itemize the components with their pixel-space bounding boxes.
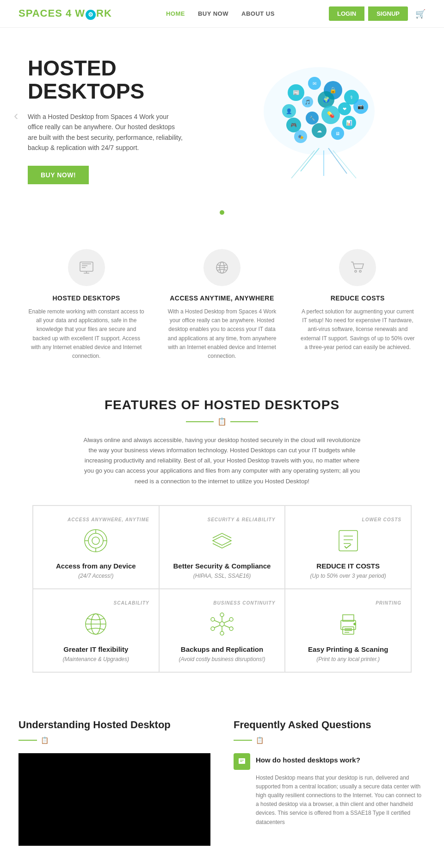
svg-point-51 [92, 537, 99, 544]
bottom-divider-line [18, 740, 37, 741]
feature-title-0: HOSTED DESKTOPS [28, 294, 145, 302]
card-icon-network [208, 610, 236, 638]
svg-text:🎭: 🎭 [298, 134, 304, 140]
svg-point-48 [359, 270, 361, 272]
card-title-4: Backups and Replication [169, 645, 276, 653]
faq-item-0: How do hosted desktops work? Hosted Desk… [234, 753, 426, 827]
svg-text:🔒: 🔒 [329, 86, 337, 94]
nav-home[interactable]: HOME [166, 10, 185, 17]
card-subtitle-3: (Maintenance & Upgrades) [43, 656, 149, 662]
bottom-divider-icon: 📋 [41, 737, 49, 744]
card-title-0: Access from any Device [43, 562, 149, 570]
svg-rect-38 [80, 262, 93, 271]
faq-divider-line [234, 740, 252, 741]
card-title-2: REDUCE IT COSTS [295, 562, 401, 570]
features-row: HOSTED DESKTOPS Enable remote working wi… [0, 226, 444, 370]
feature-card-4: BUSINESS CONTINUITY [159, 589, 285, 672]
svg-line-71 [224, 620, 230, 623]
svg-rect-83 [239, 758, 245, 764]
feature-reduce-costs: REDUCE COSTS A perfect solution for augm… [290, 249, 426, 361]
feature-card-5: PRINTING Easy Printing & Scaning (Print … [285, 589, 411, 672]
card-label-2: LOWER COSTS [295, 517, 401, 522]
card-icon-globe2 [82, 610, 110, 638]
bottom-left-title: Understanding Hosted Desktop [18, 719, 210, 731]
card-title-3: Greater IT flexibility [43, 645, 149, 653]
svg-rect-56 [339, 531, 358, 551]
card-icon-checklist [334, 527, 362, 555]
faq-icon-box-0 [234, 753, 250, 770]
svg-text:🔧: 🔧 [309, 115, 315, 121]
feature-card-3: SCALABILITY Greater IT flexibility (Main… [33, 589, 159, 672]
divider-line-right [230, 421, 258, 422]
svg-point-63 [220, 622, 224, 626]
svg-text:📷: 📷 [358, 103, 364, 110]
feature-icon-desktop [68, 249, 105, 286]
svg-text:⚕: ⚕ [350, 94, 353, 100]
svg-line-75 [214, 620, 220, 623]
hd-features-desc: Always online and always accessible, hav… [83, 435, 361, 486]
login-button[interactable]: LOGIN [329, 6, 364, 21]
nav-about-us[interactable]: ABOUT US [241, 10, 275, 17]
hero-description: With a Hosted Desktop from Spaces 4 Work… [28, 112, 185, 153]
card-label-4: BUSINESS CONTINUITY [169, 600, 276, 606]
svg-point-64 [220, 613, 224, 617]
svg-text:📰: 📰 [293, 89, 300, 96]
card-label-3: SCALABILITY [43, 600, 149, 606]
card-title-5: Easy Printing & Scaning [295, 645, 401, 653]
faq-divider: 📋 [234, 737, 426, 744]
card-subtitle-2: (Up to 50% over 3 year period) [295, 573, 401, 579]
hero-image: 📰 ✉ 🔒 ⚕ 👤 🎵 🌍 ❤ 📷 🎮 🔧 💊 📊 🎭 ☁ 🖥 [222, 56, 416, 185]
auth-buttons: LOGIN SIGNUP 🛒 [329, 6, 426, 21]
feature-card-2: LOWER COSTS REDUCE IT COSTS (Up to 50% o… [285, 506, 411, 589]
signup-button[interactable]: SIGNUP [368, 6, 408, 21]
feature-card-1: SECURITY & RELIABILITY Better Security &… [159, 506, 285, 589]
svg-point-47 [355, 270, 357, 272]
svg-text:🎵: 🎵 [305, 99, 311, 105]
video-placeholder[interactable] [18, 753, 210, 846]
card-label-0: ACCESS ANYWHERE, ANYTIME [43, 517, 149, 522]
cart-icon[interactable]: 🛒 [415, 9, 426, 19]
svg-text:💊: 💊 [327, 111, 335, 119]
hero-buy-now-button[interactable]: BUY NOW! [28, 166, 89, 184]
svg-point-50 [88, 533, 103, 548]
nav-buy-now[interactable]: BUY NOW [198, 10, 228, 17]
feature-title-2: REDUCE COSTS [299, 294, 416, 302]
feature-card-0: ACCESS ANYWHERE, ANYTIME Access from any… [33, 506, 159, 589]
feature-title-1: ACCESS ANYTIME, ANYWHERE [163, 294, 280, 302]
site-header: SPACES 4 W⚙RK HOME BUY NOW ABOUT US LOGI… [0, 0, 444, 28]
understanding-section: Understanding Hosted Desktop 📋 [18, 719, 210, 846]
hero-section: ‹ HOSTED DESKTOPS With a Hosted Desktop … [0, 28, 444, 204]
svg-text:📊: 📊 [346, 119, 352, 126]
bottom-left-divider: 📋 [18, 737, 210, 744]
bottom-section: Understanding Hosted Desktop 📋 Frequentl… [0, 691, 444, 864]
card-label-5: PRINTING [295, 600, 401, 606]
svg-point-67 [220, 631, 224, 635]
svg-point-69 [211, 618, 215, 621]
main-nav: HOME BUY NOW ABOUT US [166, 10, 275, 17]
feature-icon-cart [339, 249, 376, 286]
bottom-right-title: Frequently Asked Questions [234, 719, 426, 731]
svg-text:🎮: 🎮 [290, 122, 297, 128]
hd-features-section: FEATURES OF HOSTED DESKTOPS 📋 Always onl… [0, 370, 444, 691]
svg-text:✉: ✉ [313, 81, 316, 86]
svg-text:👤: 👤 [286, 108, 292, 114]
svg-text:❤: ❤ [343, 106, 346, 112]
hd-features-title: FEATURES OF HOSTED DESKTOPS [18, 398, 426, 412]
prev-arrow[interactable]: ‹ [14, 108, 18, 123]
faq-section: Frequently Asked Questions 📋 How do host… [234, 719, 426, 846]
faq-divider-icon: 📋 [256, 737, 264, 744]
card-subtitle-5: (Print to any local printer.) [295, 656, 401, 662]
svg-line-74 [214, 625, 220, 628]
divider-icon: 📋 [217, 417, 227, 426]
faq-question-0: How do hosted desktops work? [256, 753, 360, 764]
card-icon-layers [208, 527, 236, 555]
card-subtitle-1: (HIPAA, SSL, SSAE16) [169, 573, 276, 579]
feature-hosted-desktops: HOSTED DESKTOPS Enable remote working wi… [18, 249, 154, 361]
hero-dot-1[interactable] [220, 210, 224, 215]
card-icon-printer [334, 610, 362, 638]
card-icon-target [82, 527, 110, 555]
hero-dots [0, 204, 444, 226]
svg-line-72 [224, 625, 230, 628]
feature-cards-grid: ACCESS ANYWHERE, ANYTIME Access from any… [32, 505, 412, 673]
svg-text:☁: ☁ [317, 128, 322, 133]
